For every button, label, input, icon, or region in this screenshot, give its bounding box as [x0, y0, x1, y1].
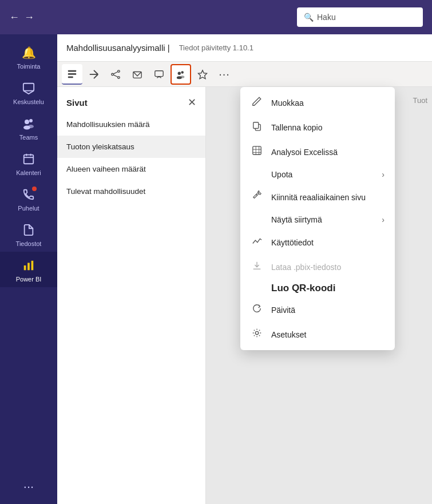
table-view-button[interactable]: [84, 64, 104, 85]
nav-arrows: ← →: [9, 11, 34, 23]
bell-icon: 🔔: [21, 45, 37, 61]
pages-header: Sivut ✕: [57, 87, 205, 113]
svg-rect-10: [27, 263, 30, 270]
search-placeholder: Haku: [317, 13, 336, 22]
page-item-tuoton-yleiskatsaus[interactable]: Tuoton yleiskatsaus: [57, 136, 205, 158]
svg-line-16: [94, 70, 98, 74]
menu-item-analysoi[interactable]: Analysoi Excelissä: [240, 140, 395, 164]
svg-rect-11: [31, 261, 34, 271]
menu-item-paivita[interactable]: Päivitä: [240, 297, 395, 322]
menu-label-muokkaa: Muokkaa: [271, 98, 304, 108]
svg-rect-9: [24, 265, 26, 270]
svg-marker-29: [198, 70, 207, 78]
svg-line-17: [94, 74, 98, 78]
menu-item-kayttotiedot[interactable]: Käyttötiedot: [240, 230, 395, 255]
dropdown-menu: Muokkaa Tallenna kopio Analysoi Exceliss…: [240, 87, 395, 350]
sidebar-item-puhelut[interactable]: Puhelut: [0, 181, 57, 216]
excel-icon: [251, 145, 263, 158]
svg-rect-13: [68, 73, 76, 75]
menu-label-luo-qr: Luo QR-koodi: [271, 283, 335, 294]
svg-point-19: [118, 76, 120, 78]
menu-label-lataa: Lataa .pbix-tiedosto: [271, 263, 341, 272]
favorite-button[interactable]: [192, 64, 213, 85]
forward-button[interactable]: →: [24, 11, 34, 23]
svg-point-18: [118, 70, 120, 72]
menu-item-nayta-siirtyma[interactable]: Näytä siirtymä ›: [240, 209, 395, 230]
sidebar-item-label: Power BI: [16, 276, 42, 283]
svg-point-27: [178, 72, 181, 74]
pages-panel: Sivut ✕ Mahdollisuuksien määrä Tuoton yl…: [57, 87, 206, 504]
svg-rect-14: [68, 76, 73, 78]
teams-share-button[interactable]: [171, 64, 191, 85]
menu-item-tallenna-kopio[interactable]: Tallenna kopio: [240, 115, 395, 140]
more-icon: ···: [23, 479, 34, 494]
page-item-tulevat-mahdollisuudet[interactable]: Tulevat mahdollisuudet: [57, 180, 205, 203]
sidebar-more-button[interactable]: ···: [0, 479, 57, 504]
page-item-mahdollisuuksien-maara[interactable]: Mahdollisuuksien määrä: [57, 113, 205, 136]
back-button[interactable]: ←: [9, 11, 19, 23]
search-bar[interactable]: 🔍 Haku: [297, 7, 423, 27]
pages-close-button[interactable]: ✕: [188, 96, 196, 109]
menu-label-kiinnita: Kiinnitä reaaliaikainen sivu: [271, 193, 366, 202]
menu-item-muokkaa[interactable]: Muokkaa: [240, 90, 395, 115]
sidebar-item-keskustelu[interactable]: Keskustelu: [0, 74, 57, 110]
main-layout: 🔔 Toiminta Keskustelu Teams: [0, 34, 432, 504]
sidebar-item-tiedostot[interactable]: Tiedostot: [0, 216, 57, 252]
svg-point-28: [177, 76, 182, 79]
report-hint: Tuot: [413, 96, 427, 105]
phone-icon: [21, 186, 37, 203]
report-updated: Tiedot päivitetty 1.10.1: [179, 43, 253, 52]
sidebar-item-teams[interactable]: Teams: [0, 110, 57, 145]
svg-line-21: [113, 74, 117, 77]
menu-item-kiinnita[interactable]: Kiinnitä reaaliaikainen sivu: [240, 185, 395, 209]
download-icon: [251, 260, 263, 273]
menu-label-nayta: Näytä siirtymä: [271, 215, 322, 224]
svg-rect-32: [253, 146, 261, 154]
svg-point-25: [181, 71, 184, 73]
svg-rect-5: [24, 155, 34, 164]
menu-item-luo-qr[interactable]: Luo QR-koodi: [240, 279, 395, 297]
refresh-icon: [251, 303, 263, 316]
edit-icon: [251, 96, 263, 109]
chevron-icon: ›: [382, 170, 385, 179]
analytics-icon: [251, 236, 263, 249]
page-item-alueen-vaiheen-maarat[interactable]: Alueen vaiheen määrät: [57, 158, 205, 180]
menu-label-analysoi: Analysoi Excelissä: [271, 148, 338, 157]
ellipsis-icon: ···: [219, 68, 230, 81]
sidebar-item-kalenteri[interactable]: Kalenteri: [0, 145, 57, 181]
menu-label-paivita: Päivitä: [271, 305, 295, 315]
badge-dot: [32, 186, 37, 191]
menu-label-kayttotiedot: Käyttötiedot: [271, 238, 314, 247]
svg-rect-24: [155, 70, 163, 76]
settings-icon: [251, 328, 263, 341]
svg-line-22: [113, 72, 117, 74]
more-options-button[interactable]: ···: [214, 64, 235, 85]
comment-button[interactable]: [149, 64, 169, 85]
menu-item-asetukset[interactable]: Asetukset: [240, 322, 395, 347]
sidebar-item-label: Puhelut: [18, 205, 39, 212]
menu-label-tallenna: Tallenna kopio: [271, 123, 323, 132]
chat-icon: [21, 80, 37, 96]
sidebar-item-powerbi[interactable]: Power BI: [0, 252, 57, 287]
svg-point-20: [112, 73, 114, 76]
menu-item-upota[interactable]: Upota ›: [240, 164, 395, 185]
sidebar: 🔔 Toiminta Keskustelu Teams: [0, 34, 57, 504]
svg-point-4: [23, 126, 30, 130]
copy-icon: [251, 121, 263, 134]
svg-rect-0: [23, 84, 34, 91]
menu-item-lataa-pbix: Lataa .pbix-tiedosto: [240, 255, 395, 279]
subscribe-button[interactable]: [127, 64, 148, 85]
svg-rect-31: [253, 122, 259, 129]
report-view-button[interactable]: [62, 64, 82, 85]
pin-icon: [251, 191, 263, 204]
sidebar-item-label: Toiminta: [17, 63, 41, 70]
calendar-icon: [21, 151, 37, 167]
sidebar-item-label: Keskustelu: [13, 98, 44, 105]
files-icon: [21, 222, 37, 238]
sidebar-item-label: Tiedostot: [16, 240, 42, 247]
menu-label-upota: Upota: [271, 170, 292, 179]
sidebar-item-toiminta[interactable]: 🔔 Toiminta: [0, 39, 57, 74]
share-button[interactable]: [105, 64, 126, 85]
pages-title: Sivut: [66, 98, 88, 108]
svg-point-3: [25, 120, 29, 124]
